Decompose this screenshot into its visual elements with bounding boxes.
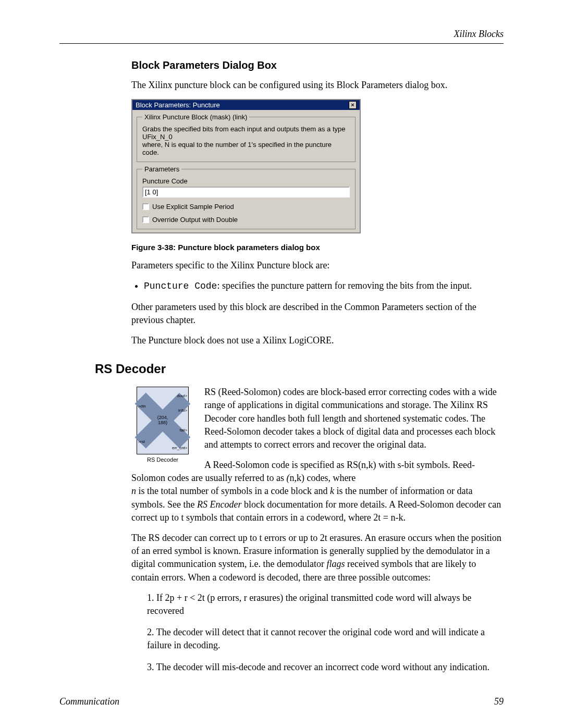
checkbox-row-sample-period[interactable]: Use Explicit Sample Period — [142, 203, 350, 211]
pin-info: info> — [178, 408, 187, 413]
dialog-group-params-legend: Parameters — [142, 165, 181, 173]
footer-section: Communication — [59, 696, 119, 707]
puncture-code-label: Puncture Code — [142, 177, 350, 185]
dialog-mask-text-b: where, N is equal to the number of 1's s… — [142, 141, 350, 156]
pin-din: >din — [138, 404, 146, 409]
param-code-desc: : specifies the puncture pattern for rem… — [217, 280, 472, 291]
dialog-group-mask: Xilinx Puncture Block (mask) (link) Grab… — [137, 113, 356, 162]
rs-center-nums: (204,188) — [157, 415, 168, 426]
params-intro: Parameters specific to the Xilinx Punctu… — [131, 259, 504, 272]
header-rule — [59, 43, 504, 44]
chk-sample-period-label: Use Explicit Sample Period — [152, 203, 234, 211]
dialog-group-params: Parameters Puncture Code Use Explicit Sa… — [137, 165, 356, 229]
checkbox-icon[interactable] — [142, 216, 149, 223]
rs-icon-box: >din >rst dout> info> fail> err_cnt> (20… — [137, 387, 189, 454]
pin-dout: dout> — [177, 393, 187, 398]
chk-override-double-label: Override Output with Double — [152, 216, 238, 224]
block-params-intro: The Xilinx puncture block can be configu… — [131, 79, 504, 92]
outcome-3: 3. The decoder will mis-decode and recov… — [147, 661, 504, 674]
outcome-2: 2. The decoder will detect that it canno… — [147, 626, 504, 652]
other-params-text: Other parameters used by this block are … — [131, 301, 504, 327]
content-area: Block Parameters Dialog Box The Xilinx p… — [59, 59, 504, 674]
pin-err-cnt: err_cnt> — [172, 446, 187, 450]
pin-fail: fail> — [180, 428, 187, 433]
dialog-box: Block Parameters: Puncture × Xilinx Punc… — [131, 99, 361, 233]
outcome-1: 1. If 2p + r < 2t (p errors, r erasures)… — [147, 591, 504, 618]
page: Xilinx Blocks Block Parameters Dialog Bo… — [0, 0, 563, 728]
dialog-mask-text-a: Grabs the specified bits from each input… — [142, 125, 350, 141]
rs-icon-label: RS Decoder — [131, 456, 194, 463]
section-rs-decoder-title: RS Decoder — [95, 362, 504, 376]
dialog-titlebar: Block Parameters: Puncture × — [132, 100, 360, 110]
section-block-params-title: Block Parameters Dialog Box — [131, 59, 504, 71]
puncture-code-input[interactable] — [142, 187, 350, 198]
param-puncture-code: Puncture Code: specifies the puncture pa… — [144, 279, 504, 293]
param-list: Puncture Code: specifies the puncture pa… — [144, 279, 504, 293]
rs-paragraph-wrap: >din >rst dout> info> fail> err_cnt> (20… — [131, 386, 504, 485]
dialog-title-text: Block Parameters: Puncture — [136, 101, 220, 109]
running-header: Xilinx Blocks — [454, 29, 504, 40]
figure-caption: Figure 3-38: Puncture block parameters d… — [131, 243, 504, 252]
no-logicore-text: The Puncture block does not use a Xilinx… — [131, 334, 504, 347]
close-icon[interactable]: × — [349, 101, 357, 109]
dialog-group-mask-legend: Xilinx Puncture Block (mask) (link) — [142, 113, 249, 121]
rs-decoder-block-icon: >din >rst dout> info> fail> err_cnt> (20… — [131, 387, 194, 463]
checkbox-icon[interactable] — [142, 203, 149, 210]
outcomes-block: 1. If 2p + r < 2t (p errors, r erasures)… — [147, 591, 504, 674]
param-code-name: Puncture Code — [144, 281, 217, 291]
rs-para3: n is the total number of symbols in a co… — [131, 485, 504, 524]
pin-rst: >rst — [138, 439, 145, 444]
page-number: 59 — [494, 696, 504, 707]
checkbox-row-override-double[interactable]: Override Output with Double — [142, 216, 350, 224]
rs-para4: The RS decoder can correct up to t error… — [131, 532, 504, 584]
